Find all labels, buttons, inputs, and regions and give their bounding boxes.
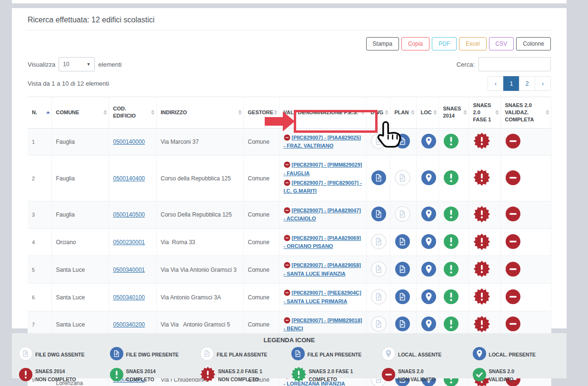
- pes-link[interactable]: [PIIC829007] - [PIIC829007] - I.C. G.MAR…: [284, 180, 362, 194]
- legend-label: LOCAL. PRESENTE: [489, 351, 536, 359]
- column-header-snaes-2-0-validaz-completa[interactable]: SNAES 2.0 VALIDAZ. COMPLETA: [500, 97, 551, 129]
- legend-item: SNAES 2.0 NON VALIDATO: [381, 366, 469, 384]
- pes-link[interactable]: [PIIC829007] - [PIAA829069] - ORCIANO PI…: [284, 235, 361, 249]
- column-header-loc[interactable]: LOC: [416, 97, 439, 129]
- file-plan-absent-icon: [395, 170, 410, 186]
- column-header-cod-edificio[interactable]: COD. EDIFICIO: [109, 97, 156, 129]
- pes-link[interactable]: [PIIC829007] - [PIMM829018] - BENCI: [284, 317, 362, 331]
- not-validated-minus-icon: [284, 179, 290, 186]
- stampa-button[interactable]: Stampa: [366, 37, 399, 50]
- page-length-value: 10: [63, 61, 69, 68]
- sort-both-icon: [361, 110, 365, 115]
- legend-item: FILE DWG PRESENTE: [110, 346, 198, 363]
- column-label: PLAN: [395, 109, 409, 115]
- column-header-plan[interactable]: PLAN: [390, 97, 416, 129]
- pagination-page-2[interactable]: 2: [519, 76, 535, 91]
- sort-both-icon: [433, 110, 437, 115]
- fase1-cell: [468, 284, 500, 311]
- validazione-cell: [500, 256, 551, 284]
- legend-label: SNAES 2.0 FASE 1 NON COMPLETO: [218, 367, 262, 384]
- dwg-cell: [366, 256, 390, 284]
- fase1-cell: [468, 156, 500, 201]
- column-header-gestore[interactable]: GESTORE: [243, 97, 279, 129]
- pes-link[interactable]: [PIIC829007] - [PIAA829047] - ACCIAIOLO: [284, 208, 361, 221]
- plan-cell: [390, 156, 416, 201]
- column-header-comune[interactable]: COMUNE: [51, 97, 109, 129]
- comune-cell: Santa Luce: [51, 256, 109, 284]
- file-plan-absent-icon: [395, 206, 410, 222]
- column-header-n[interactable]: N.: [28, 97, 51, 129]
- page-title: Ricerca effettuata: 12 edifici scolastic…: [28, 16, 551, 30]
- pes-link[interactable]: [PIIC829007] - [PIEE82904C] - SANTA LUCE…: [284, 290, 361, 304]
- building-code-link[interactable]: 0500140000: [113, 139, 145, 145]
- column-header-dwg[interactable]: DWG: [366, 97, 390, 129]
- dwg-cell: [366, 128, 390, 156]
- search-label: Cerca:: [457, 61, 475, 68]
- building-code-link[interactable]: 0500140500: [113, 211, 145, 218]
- plan-cell[interactable]: [390, 128, 416, 156]
- pagination-page-1[interactable]: 1: [503, 76, 519, 91]
- csv-button[interactable]: CSV: [489, 37, 514, 50]
- building-code-link[interactable]: 0500340100: [113, 294, 145, 301]
- column-header-val-denominazione-p-e-s[interactable]: VAL.| DENOMINAZIONE P.E.S.: [279, 97, 366, 129]
- copia-button[interactable]: Copia: [401, 37, 429, 50]
- snaes2014-completo-icon: [443, 170, 459, 186]
- comune-cell: Fauglia: [51, 201, 109, 228]
- plan-cell[interactable]: [390, 256, 416, 284]
- loc-cell[interactable]: [416, 256, 439, 284]
- loc-cell[interactable]: [416, 284, 439, 311]
- pes-link[interactable]: [PIIC829007] - [PIAA829058] - SANTA LUCE…: [284, 262, 361, 276]
- dwg-cell[interactable]: [366, 156, 390, 201]
- comune-cell: Santa Luce: [51, 284, 109, 311]
- fase1-green-icon: [291, 366, 307, 382]
- colonne-button[interactable]: Colonne: [516, 37, 551, 50]
- legend-item: LOCAL. ASSENTE: [381, 346, 469, 363]
- loc-present-icon: [421, 206, 437, 222]
- pagination-prev-button[interactable]: ‹: [488, 76, 504, 91]
- page-length-select[interactable]: 10 ▼: [59, 57, 95, 71]
- file-dwg-present-icon: [371, 206, 387, 222]
- pdf-button[interactable]: PDF: [432, 37, 457, 50]
- plan-cell[interactable]: [390, 284, 416, 311]
- pagination-next-button[interactable]: ›: [535, 76, 551, 91]
- legend-label: SNAES 2.0 NON VALIDATO: [398, 367, 435, 384]
- loc-present-icon: [421, 170, 437, 186]
- table-row: 3Fauglia0500140500Corso Della Repubblica…: [28, 201, 551, 228]
- snaes20-fase1-non-completo-icon: [473, 260, 490, 277]
- file-dwg-present-icon: [110, 346, 124, 361]
- building-code-link[interactable]: 0500230001: [113, 239, 145, 246]
- not-validated-minus-icon: [284, 207, 290, 214]
- search-input[interactable]: [478, 57, 551, 71]
- legend-item: SNAES 2.0 FASE 1 COMPLETO: [291, 366, 379, 384]
- column-header-snaes-2014[interactable]: SNAES 2014: [439, 97, 468, 129]
- building-code-link[interactable]: 0500140400: [113, 175, 145, 182]
- column-header-snaes-2-0-fase-1[interactable]: SNAES 2.0 FASE 1: [468, 97, 500, 129]
- loc-present-icon: [472, 346, 487, 361]
- validazione-cell: [500, 284, 551, 311]
- column-header-indirizzo[interactable]: INDIRIZZO: [156, 97, 243, 129]
- gestore-cell: Comune: [243, 201, 279, 228]
- legend-item: SNAES 2.0 FASE 1 NON COMPLETO: [200, 366, 288, 384]
- plan-cell[interactable]: [390, 228, 416, 256]
- building-code-link[interactable]: 0500340001: [113, 267, 145, 273]
- fase1-cell: [468, 201, 500, 228]
- comune-cell: Fauglia: [51, 128, 109, 156]
- snaes2014-cell: [439, 256, 468, 284]
- excel-button[interactable]: Excel: [459, 37, 486, 50]
- indirizzo-cell: Via Via Via Antonio Gramsci 3: [156, 256, 243, 284]
- loc-cell[interactable]: [416, 228, 439, 256]
- column-label: SNAES 2.0 FASE 1: [473, 102, 491, 122]
- loc-cell[interactable]: [416, 201, 439, 228]
- pes-link[interactable]: [PIIC829007] - [PIMM829029] - FAUGLIA: [284, 162, 362, 176]
- loc-cell[interactable]: [416, 156, 439, 201]
- sort-both-icon: [385, 110, 389, 115]
- snaes2014-completo-icon: [443, 316, 459, 332]
- snaes20-non-validato-icon: [505, 133, 521, 149]
- pes-link[interactable]: [PIIC829007] - [PIAA829025] - FRAZ. VALT…: [284, 135, 361, 148]
- export-toolbar: StampaCopiaPDFExcelCSVColonne: [28, 37, 551, 50]
- building-code-link[interactable]: 0500340200: [113, 321, 145, 328]
- dwg-cell[interactable]: [366, 201, 390, 228]
- loc-present-icon: [421, 289, 437, 305]
- loc-cell[interactable]: [416, 128, 439, 156]
- pes-cell: [PIIC829007] - [PIMM829029] - FAUGLIA[PI…: [279, 156, 366, 201]
